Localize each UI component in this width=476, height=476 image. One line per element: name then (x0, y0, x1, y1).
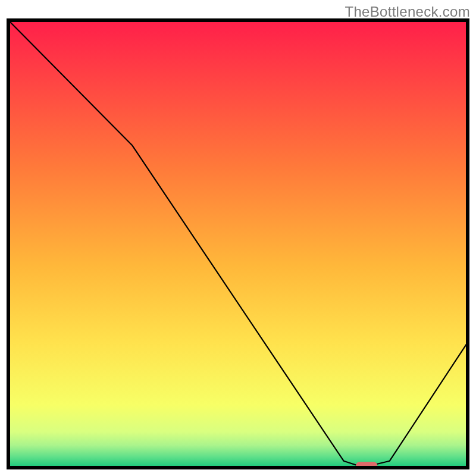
plot-background (8, 20, 468, 468)
watermark-text: TheBottleneck.com (345, 4, 470, 20)
chart-svg (0, 0, 476, 476)
chart-container: TheBottleneck.com (0, 0, 476, 476)
